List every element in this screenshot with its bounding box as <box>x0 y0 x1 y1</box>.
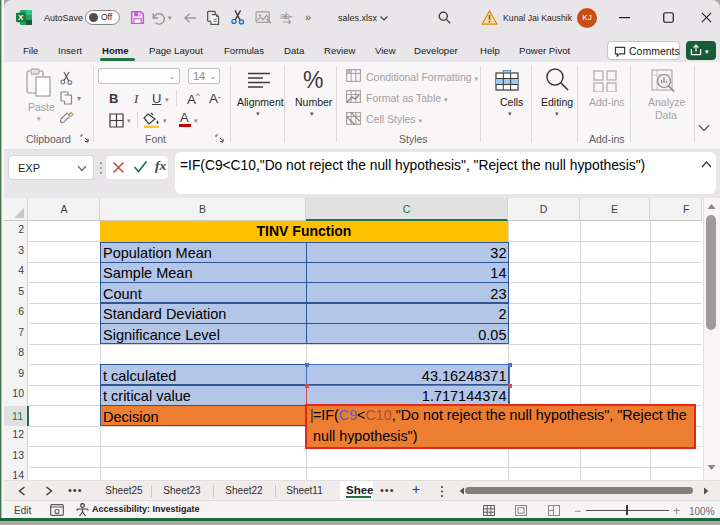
svg-text:X: X <box>18 13 24 22</box>
